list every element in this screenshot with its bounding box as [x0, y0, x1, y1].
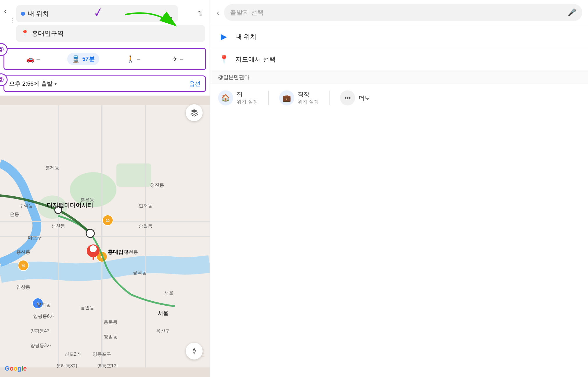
svg-text:홍제동: 홍제동	[45, 165, 59, 170]
saved-place-separator	[268, 91, 269, 105]
section-label: @일본만팬다	[210, 71, 588, 84]
svg-text:문래동3가: 문래동3가	[56, 363, 78, 368]
svg-text:송월동: 송월동	[139, 223, 153, 228]
svg-text:성산동: 성산동	[51, 223, 65, 228]
work-icon-circle: 💼	[279, 90, 294, 105]
svg-text:증산동: 증산동	[16, 250, 30, 255]
destination-pin-icon: 📍	[21, 30, 29, 37]
origin-row: 내 위치 ••• ⇅	[16, 5, 205, 22]
car-icon: 🚗	[26, 55, 34, 63]
svg-text:은동: 은동	[10, 212, 19, 217]
home-icon: 🏠	[221, 94, 230, 102]
svg-text:70: 70	[21, 264, 25, 268]
svg-text:공덕동: 공덕동	[133, 270, 147, 275]
svg-text:양평동6가: 양평동6가	[33, 314, 54, 319]
saved-places-row: 🏠 집 위치 설정 💼 직장 위치 설정 ••• 더보	[210, 84, 588, 112]
svg-text:용문동: 용문동	[104, 320, 118, 325]
map-layer-button[interactable]	[186, 104, 203, 121]
home-place-item[interactable]: 🏠 집 위치 설정	[218, 90, 258, 105]
svg-text:용산구: 용산구	[156, 328, 170, 333]
saved-place-separator-2	[329, 91, 330, 105]
map-location-button[interactable]	[186, 343, 203, 360]
mic-icon[interactable]: 🎤	[568, 8, 576, 17]
svg-text:영등포구: 영등포구	[93, 352, 111, 357]
svg-text:양평동3가: 양평동3가	[30, 343, 52, 348]
transport-flight[interactable]: ✈ –	[168, 53, 188, 65]
departure-time-text: 오후 2:56에 출발	[9, 80, 53, 88]
departure-row: 오후 2:56에 출발 ▾ 옵션	[3, 75, 206, 92]
flight-time: –	[180, 56, 183, 62]
svg-point-49	[86, 229, 94, 237]
map-area: 30 30 70 6 수색동 홍은동 성산동 마포구 증산동 은동 홍제동 현저…	[0, 96, 210, 377]
svg-text:홍은동: 홍은동	[80, 197, 94, 202]
svg-text:양평동4가: 양평동4가	[30, 328, 52, 333]
origin-text: 내 위치	[28, 9, 49, 18]
walk-icon: 🚶	[127, 55, 134, 63]
transit-time: 57분	[82, 55, 94, 63]
search-bar-row: ‹ 출발지 선택 🎤	[210, 0, 588, 25]
svg-text:마포구: 마포구	[28, 235, 42, 240]
map-pin-icon: 📍	[218, 54, 230, 64]
options-link[interactable]: 옵션	[189, 80, 201, 88]
svg-text:청암동: 청암동	[104, 334, 118, 339]
svg-text:염창동: 염창동	[16, 285, 30, 290]
work-place-item[interactable]: 💼 직장 위치 설정	[279, 90, 319, 105]
more-saved-item[interactable]: ••• 더보	[340, 90, 370, 105]
svg-text:홍대입구: 홍대입구	[108, 249, 129, 255]
walk-time: –	[137, 56, 140, 62]
route-inputs: 내 위치 ••• ⇅ 📍 홍대입구역	[16, 5, 205, 42]
svg-point-48	[90, 245, 97, 252]
home-sub-label: 위치 설정	[237, 98, 258, 105]
route-header: ‹ 내 위치 ••• ⇅ 📍 홍대입구역 ① ② ✓	[0, 0, 210, 45]
back-button-right[interactable]: ‹	[216, 7, 221, 18]
svg-text:디지털미디어시티: 디지털미디어시티	[47, 202, 93, 208]
transport-car[interactable]: 🚗 –	[22, 53, 44, 65]
transit-icon: 🚆	[72, 55, 80, 63]
transport-walk[interactable]: 🚶 –	[122, 53, 145, 65]
my-location-text: 내 위치	[235, 32, 256, 41]
svg-text:당인동: 당인동	[80, 305, 94, 310]
home-label: 집	[237, 91, 258, 98]
my-location-icon: ▶	[218, 32, 230, 41]
svg-text:양희동: 양희동	[37, 302, 51, 307]
more-icon-circle: •••	[340, 90, 355, 105]
car-time: –	[36, 56, 40, 62]
map-select-text: 지도에서 선택	[235, 55, 276, 64]
home-icon-circle: 🏠	[218, 90, 233, 105]
my-location-option[interactable]: ▶ 내 위치	[210, 25, 588, 48]
svg-text:서울: 서울	[158, 310, 168, 316]
work-label: 직장	[298, 91, 319, 98]
destination-row: 📍 홍대입구역	[16, 25, 205, 42]
search-input-container[interactable]: 출발지 선택 🎤	[224, 4, 582, 21]
swap-button[interactable]: ⇅	[195, 9, 205, 19]
map-background: 30 30 70 6 수색동 홍은동 성산동 마포구 증산동 은동 홍제동 현저…	[0, 96, 210, 377]
svg-text:수색동: 수색동	[19, 203, 33, 208]
svg-text:영등포1가: 영등포1가	[97, 363, 118, 368]
svg-text:산도2가: 산도2가	[65, 352, 81, 357]
map-select-option[interactable]: 📍 지도에서 선택	[210, 48, 588, 71]
svg-text:청진동: 청진동	[150, 183, 164, 188]
svg-text:30: 30	[106, 219, 110, 223]
svg-rect-4	[116, 163, 151, 187]
destination-input[interactable]: 📍 홍대입구역	[16, 25, 205, 42]
destination-text: 홍대입구역	[32, 29, 64, 38]
work-icon: 💼	[282, 94, 291, 102]
svg-text:현저동: 현저동	[139, 203, 153, 208]
search-input-placeholder: 출발지 선택	[230, 8, 565, 17]
departure-time[interactable]: 오후 2:56에 출발 ▾	[9, 80, 57, 88]
left-panel: ‹ 내 위치 ••• ⇅ 📍 홍대입구역 ① ② ✓	[0, 0, 210, 377]
origin-dot	[21, 12, 25, 16]
origin-input[interactable]: 내 위치	[16, 5, 178, 22]
google-logo: Google	[5, 365, 27, 372]
flight-icon: ✈	[172, 55, 178, 63]
svg-text:서울: 서울	[164, 290, 173, 295]
right-panel: ‹ 출발지 선택 🎤 ▶ 내 위치 📍 지도에서 선택 @일본만팬다 🏠 집 위…	[210, 0, 588, 377]
transport-bar: 🚗 – 🚆 57분 🚶 – ✈ –	[3, 48, 206, 70]
home-place-info: 집 위치 설정	[237, 91, 258, 105]
more-button[interactable]: •••	[163, 13, 175, 23]
more-label: 더보	[359, 94, 370, 102]
transport-transit[interactable]: 🚆 57분	[67, 53, 99, 65]
chevron-down-icon: ▾	[54, 81, 57, 87]
work-place-info: 직장 위치 설정	[298, 91, 319, 105]
back-button-left[interactable]: ‹	[4, 6, 7, 16]
